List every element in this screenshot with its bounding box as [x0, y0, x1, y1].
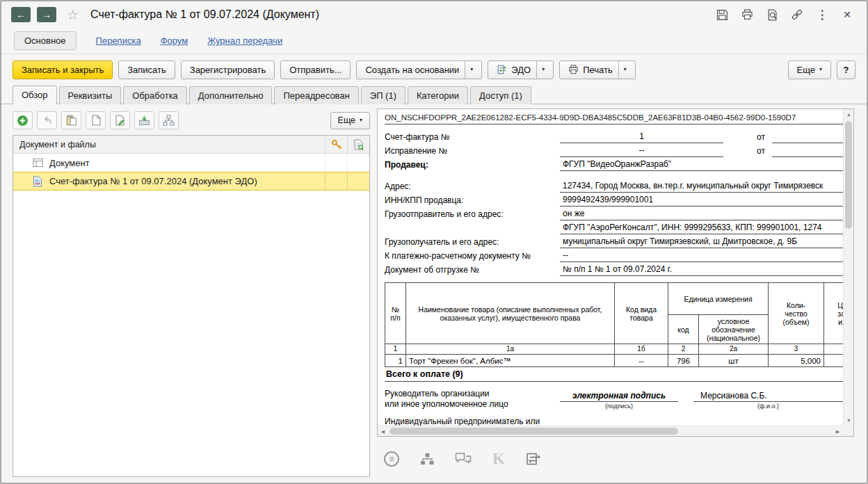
new-file-icon [91, 115, 101, 126]
kebab-menu-icon[interactable]: ⋮ [815, 8, 829, 22]
comments-icon[interactable] [455, 452, 472, 466]
shipment-doc-row: Документ об отгрузке № № п/п 1 № 1 от 09… [385, 264, 843, 276]
files-list: Документ и файлы Документ [13, 135, 370, 477]
forward-button[interactable]: → [37, 7, 56, 22]
view-document-icon[interactable] [347, 136, 369, 153]
nav-link-correspondence[interactable]: Переписка [96, 35, 141, 46]
nav-main-tab[interactable]: Основное [14, 31, 77, 50]
signer-name-block: Мерсианова С.Б. (ф.и.о.) [693, 391, 843, 410]
inn-label: ИНН/КПП продавца: [385, 195, 560, 207]
shipment-doc-label: Документ об отгрузке № [385, 264, 560, 276]
edo-document-icon [33, 176, 45, 187]
titlebar: ← → ☆ Счет-фактура № 1 от 09.07.2024 (До… [1, 1, 867, 28]
list-item-invoice-edo[interactable]: Счет-фактура № 1 от 09.07.2024 (Документ… [13, 172, 369, 191]
help-button[interactable]: ? [837, 60, 855, 79]
tabstrip: Обзор Реквизиты Обработка Дополнительно … [1, 85, 867, 104]
save-close-button[interactable]: Записать и закрыть [13, 60, 113, 79]
consignee-value-line1: ФГУП "АэроРегКонсалт", ИНН: 9999295633, … [560, 222, 843, 234]
horizontal-scrollbar[interactable]: ◀ ▶ [378, 426, 843, 436]
k-logo-icon[interactable]: K [492, 450, 505, 468]
seller-row: Продавец: ФГУП "ВидеоОранжРазраб" [385, 159, 843, 171]
col-unit-symbol-header: условное обозначение (национальное) [699, 315, 769, 344]
item-unit: шт [699, 355, 769, 367]
send-button[interactable]: Отправить... [280, 60, 351, 79]
list-item-label: Документ [49, 158, 325, 168]
edit-icon [115, 115, 125, 126]
horizontal-scroll-thumb[interactable] [389, 428, 678, 435]
dropdown-icon: ▾ [618, 61, 627, 79]
date-line [772, 147, 843, 157]
files-more-button[interactable]: Еще ▾ [330, 112, 370, 129]
shipment-doc-value: № п/п 1 № 1 от 09.07.2024 г. [560, 264, 843, 276]
tab-signatures[interactable]: ЭП (1) [361, 86, 405, 104]
invoice-number-label: Счет-фактура № [385, 131, 560, 143]
tab-additional[interactable]: Дополнительно [189, 86, 273, 104]
tab-access[interactable]: Доступ (1) [470, 86, 531, 104]
correction-row: Исправление № -- от [385, 145, 843, 157]
col-goods-code-header: Код вида товара [615, 283, 668, 344]
tab-readdressed[interactable]: Переадресован [274, 86, 358, 104]
preview-footer: ≡ K [378, 441, 541, 477]
col-name-header: Наименование товара (описание выполненны… [406, 283, 615, 344]
correction-value: -- [560, 145, 723, 157]
col-unit-code-header: код [668, 315, 699, 344]
save-icon[interactable] [715, 8, 729, 22]
invoice-items-table: №п/п Наименование товара (описание выпол… [385, 282, 843, 367]
list-item-document-group[interactable]: Документ [13, 154, 369, 172]
close-icon[interactable]: ✕ [840, 8, 854, 22]
dropdown-icon: ▾ [360, 118, 362, 123]
register-button[interactable]: Зарегистрировать [181, 60, 275, 79]
shipper-value: он же [560, 208, 843, 220]
tab-processing[interactable]: Обработка [123, 86, 187, 104]
nav-link-transfer-log[interactable]: Журнал передачи [207, 35, 282, 46]
tab-categories[interactable]: Категории [408, 86, 468, 104]
tab-overview[interactable]: Обзор [13, 86, 57, 104]
signature-value-block: электронная подпись (подпись) [560, 391, 678, 410]
discussions-icon[interactable]: ≡ [384, 451, 399, 467]
add-button[interactable] [13, 111, 33, 129]
return-button[interactable] [37, 111, 57, 129]
printer-icon [568, 65, 579, 74]
edo-label: ЭДО [511, 65, 531, 75]
edo-button[interactable]: ЭДО ▾ [488, 60, 554, 79]
link-icon[interactable] [790, 8, 804, 22]
files-list-header-label: Документ и файлы [19, 140, 325, 150]
structure-icon [163, 115, 175, 126]
from-label: от [757, 145, 765, 157]
vertical-scroll-thumb[interactable] [845, 121, 852, 229]
create-file-button[interactable] [86, 111, 106, 129]
scroll-up-icon[interactable]: ▲ [844, 109, 854, 120]
scroll-down-icon[interactable]: ▼ [844, 415, 854, 426]
scan-button[interactable] [134, 111, 154, 129]
more-button[interactable]: Еще ▾ [788, 60, 831, 79]
preview-icon[interactable] [765, 8, 779, 22]
hierarchy-icon[interactable] [420, 453, 434, 465]
edit-button[interactable] [110, 111, 130, 129]
back-icon: ← [16, 8, 26, 22]
dropdown-icon: ▾ [536, 61, 545, 79]
files-more-label: Еще [338, 115, 355, 125]
date-line [772, 134, 843, 143]
document-preview[interactable]: ON_NSCHFDOPPR_2AE2E061282-ECF5-4334-9D9D… [377, 108, 854, 437]
preview-body: ON_NSCHFDOPPR_2AE2E061282-ECF5-4334-9D9D… [378, 109, 843, 426]
scroll-right-icon[interactable]: ▶ [833, 426, 843, 437]
key-icon[interactable] [325, 136, 347, 153]
vertical-scrollbar[interactable]: ▲ ▼ [843, 109, 853, 426]
back-button[interactable]: ← [11, 7, 31, 22]
paste-button[interactable] [61, 111, 81, 129]
structure-button[interactable] [159, 111, 179, 129]
create-based-button[interactable]: Создать на основании ▾ [356, 60, 482, 79]
favorite-star-icon[interactable]: ☆ [67, 7, 79, 23]
save-button[interactable]: Записать [118, 60, 175, 79]
item-price [824, 355, 843, 367]
edo-exchange-icon[interactable] [526, 453, 541, 465]
lines-glyph: ≡ [389, 455, 394, 463]
tab-requisites[interactable]: Реквизиты [59, 86, 122, 104]
scroll-left-icon[interactable]: ◀ [378, 426, 388, 437]
return-arrow-icon [42, 115, 53, 125]
files-toolbar: Еще ▾ [13, 108, 370, 132]
print-button[interactable]: Печать ▾ [559, 60, 636, 79]
shipper-row: Грузоотправитель и его адрес: он же [385, 208, 843, 220]
nav-link-forum[interactable]: Форум [161, 35, 188, 46]
print-icon[interactable] [740, 8, 754, 22]
